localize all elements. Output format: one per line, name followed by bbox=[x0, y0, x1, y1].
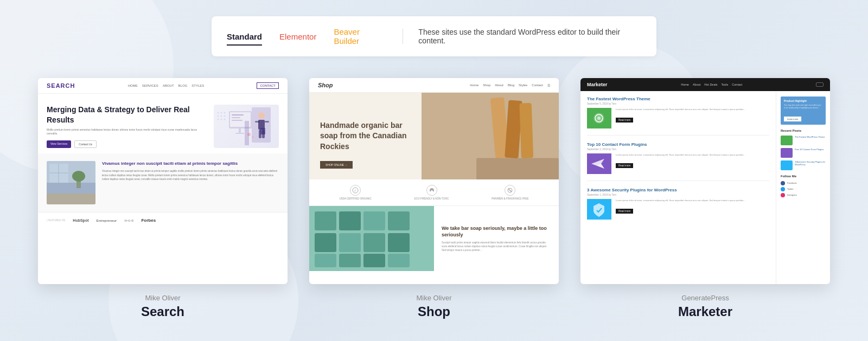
demo-screenshot-search[interactable]: SEARCH HOME SERVICES ABOUT BLOG STYLES C… bbox=[38, 78, 288, 284]
tabs-bar: Standard Elementor Beaver Builder These … bbox=[212, 16, 656, 56]
product-highlight-btn[interactable]: Learn more bbox=[784, 117, 801, 121]
svg-point-31 bbox=[72, 171, 85, 182]
shop-logo: Shop bbox=[318, 82, 333, 88]
follow-facebook[interactable]: Facebook bbox=[781, 181, 826, 185]
shop-author: Mike Oliver bbox=[416, 294, 451, 302]
page-wrapper: Standard Elementor Beaver Builder These … bbox=[0, 0, 868, 336]
recent-posts-title: Recent Posts bbox=[781, 129, 826, 132]
marketer-post-3-text: Lorem ipsum dolor sit amet, consectetur … bbox=[616, 199, 769, 220]
marketer-post-3-read-more[interactable]: Read more bbox=[616, 209, 633, 214]
svg-point-8 bbox=[224, 119, 226, 120]
search-view-services-btn[interactable]: View Services bbox=[47, 140, 71, 148]
svg-rect-43 bbox=[315, 211, 336, 230]
marketer-post-1-read-more[interactable]: Read more bbox=[616, 118, 633, 123]
demo-item-marketer: Marketer Home About Hot Deals Tools Cont… bbox=[580, 78, 830, 319]
marketer-post-2-read-more[interactable]: Read more bbox=[616, 163, 633, 168]
shop-s2-body: Suscipit taciti primis tempor sagittis e… bbox=[442, 241, 551, 253]
search-contact-us-btn[interactable]: Contact Us bbox=[74, 140, 97, 148]
tab-beaver-builder[interactable]: Beaver Builder bbox=[334, 24, 385, 49]
marketer-post-1-text: Lorem ipsum dolor sit amet, consectetur … bbox=[616, 108, 769, 128]
svg-rect-45 bbox=[363, 211, 385, 230]
marketer-logo: Marketer bbox=[587, 82, 608, 87]
shop-hero-image bbox=[422, 93, 559, 179]
svg-rect-50 bbox=[388, 233, 410, 252]
search-footer-logos: | FEATURED ON HubSpot Entrepreneur W=E=B… bbox=[38, 212, 288, 228]
marketer-follow: Follow Me Facebook Twitter bbox=[781, 175, 826, 197]
search-hero-title: Merging Data & Strategy to Deliver Real … bbox=[47, 105, 208, 124]
marketer-post-2-text: Lorem ipsum dolor sit amet, consectetur … bbox=[616, 153, 769, 174]
marketer-post-3-row: Lorem ipsum dolor sit amet, consectetur … bbox=[587, 199, 769, 220]
shop-btn[interactable]: SHOP ONLINE → bbox=[320, 161, 353, 169]
product-highlight-body: You may also want and style must allow y… bbox=[784, 104, 822, 110]
product-highlight: Product Highlight You may also want and … bbox=[781, 96, 826, 125]
marketer-post-2-thumb bbox=[587, 153, 611, 174]
marketer-nav: Marketer Home About Hot Deals Tools Cont… bbox=[580, 78, 830, 91]
svg-rect-48 bbox=[339, 233, 361, 252]
svg-rect-19 bbox=[265, 121, 269, 123]
svg-point-3 bbox=[218, 115, 219, 117]
shop-hero: Handmade organic bar soap from the Canad… bbox=[309, 93, 559, 179]
shop-nav: Shop Home Shop About Blog Styles Contact… bbox=[309, 78, 559, 93]
svg-point-4 bbox=[221, 115, 222, 117]
marketer-search-box[interactable] bbox=[816, 82, 824, 87]
shop-icon-eco-label: ECO-FRIENDLY & NON-TOXIC bbox=[414, 197, 449, 200]
tab-standard[interactable]: Standard bbox=[227, 29, 262, 44]
recent-post-1-thumb bbox=[781, 136, 793, 145]
marketer-post-3-thumb bbox=[587, 199, 611, 220]
recent-post-1-title: The Fastest WordPress Theme bbox=[795, 136, 825, 139]
marketer-post-1: The Fastest WordPress Theme September 5,… bbox=[587, 96, 769, 136]
svg-point-24 bbox=[252, 136, 254, 138]
svg-point-7 bbox=[221, 119, 222, 120]
marketer-post-1-date: September 5, 2019 by Tom bbox=[587, 102, 769, 105]
svg-point-2 bbox=[224, 112, 226, 114]
tab-elementor[interactable]: Elementor bbox=[279, 29, 316, 44]
recent-post-2-title: Free 10 Contact Form Plugins bbox=[795, 148, 824, 151]
search-hero-text: Merging Data & Strategy to Deliver Real … bbox=[47, 105, 208, 147]
shop-icon-paraben-icon bbox=[505, 185, 515, 196]
svg-rect-47 bbox=[315, 233, 336, 252]
shop-s2-title: We take bar soap seriously, maybe a litt… bbox=[442, 225, 551, 239]
marketer-post-1-thumb bbox=[587, 108, 611, 128]
svg-rect-37 bbox=[476, 158, 559, 179]
shop-label: Mike Oliver Shop bbox=[416, 294, 451, 319]
shop-icon-eco: ECO-FRIENDLY & NON-TOXIC bbox=[414, 185, 449, 200]
svg-rect-36 bbox=[519, 103, 533, 158]
svg-rect-52 bbox=[339, 254, 361, 267]
marketer-post-2-date: September 3, 2019 by Tom bbox=[587, 148, 769, 151]
svg-rect-11 bbox=[232, 114, 244, 115]
shop-icons-row: ✓ USDA CERTIFIED ORGANIC ECO-FRIENDLY & … bbox=[309, 179, 559, 206]
demo-item-search: SEARCH HOME SERVICES ABOUT BLOG STYLES C… bbox=[38, 78, 288, 319]
svg-point-0 bbox=[218, 112, 219, 114]
facebook-dot bbox=[781, 181, 785, 185]
shop-icon-paraben: PARABEN & FRAGRANCE FREE bbox=[492, 185, 528, 200]
svg-rect-13 bbox=[232, 120, 242, 121]
shop-s2-text: We take bar soap seriously, maybe a litt… bbox=[434, 206, 559, 271]
svg-point-16 bbox=[258, 112, 265, 119]
svg-rect-22 bbox=[262, 130, 265, 138]
demo-item-shop: Shop Home Shop About Blog Styles Contact… bbox=[309, 78, 559, 319]
marketer-post-3-date: September 1, 2019 by Tom bbox=[587, 194, 769, 196]
marketer-name: Marketer bbox=[678, 304, 732, 319]
marketer-post-2-body: Lorem ipsum dolor sit amet, consectetur … bbox=[616, 153, 769, 157]
marketer-author: GeneratePress bbox=[678, 294, 732, 302]
recent-post-3-thumb bbox=[781, 160, 793, 170]
svg-text:✓: ✓ bbox=[354, 189, 357, 192]
svg-point-5 bbox=[224, 115, 226, 117]
shop-icon-organic-label: USDA CERTIFIED ORGANIC bbox=[339, 197, 371, 200]
search-label: Mike Oliver Search bbox=[141, 294, 184, 319]
marketer-label: GeneratePress Marketer bbox=[678, 294, 732, 319]
svg-rect-12 bbox=[232, 117, 240, 118]
instagram-dot bbox=[781, 193, 785, 197]
demo-screenshot-marketer[interactable]: Marketer Home About Hot Deals Tools Cont… bbox=[580, 78, 830, 284]
follow-twitter[interactable]: Twitter bbox=[781, 187, 826, 191]
search-hero-image bbox=[214, 105, 279, 148]
search-nav: SEARCH HOME SERVICES ABOUT BLOG STYLES C… bbox=[38, 78, 288, 94]
follow-instagram[interactable]: Instagram bbox=[781, 193, 826, 197]
demo-screenshot-shop[interactable]: Shop Home Shop About Blog Styles Contact… bbox=[309, 78, 559, 284]
facebook-label: Facebook bbox=[787, 182, 797, 184]
shop-nav-links: Home Shop About Blog Styles Contact ☰ bbox=[470, 83, 550, 87]
recent-post-2: Free 10 Contact Form Plugins bbox=[781, 148, 826, 158]
search-section-2: Vivamus integer non suscipit taciti etia… bbox=[38, 153, 288, 212]
search-nav-contact: CONTACT bbox=[257, 82, 279, 89]
marketer-post-1-row: Lorem ipsum dolor sit amet, consectetur … bbox=[587, 108, 769, 128]
